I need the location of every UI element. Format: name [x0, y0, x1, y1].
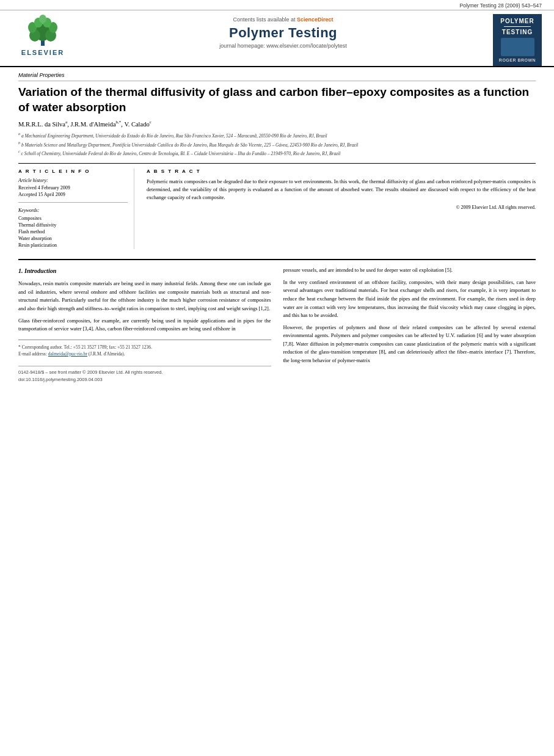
journal-header: ELSEVIER Contents lists available at Sci… — [0, 10, 554, 67]
sciencedirect-link[interactable]: ScienceDirect — [297, 16, 333, 23]
body-section: 1. Introduction Nowadays, resin matrix c… — [18, 259, 536, 383]
right-para2: In the very confined environment of an o… — [283, 278, 536, 320]
affiliations: a a Mechanical Engineering Department, U… — [18, 131, 536, 157]
elsevier-logo: ELSEVIER — [12, 14, 73, 56]
footnote-email: E-mail address: dalmeida@puc-rio.br (J.R… — [18, 351, 271, 357]
badge-sub: ROGER BROWN — [499, 58, 536, 62]
badge-line2: TESTING — [502, 29, 533, 35]
author-c-name: , V. Calado — [121, 121, 149, 128]
journal-center: Contents lists available at ScienceDirec… — [73, 14, 493, 51]
body-left-col: 1. Introduction Nowadays, resin matrix c… — [18, 266, 271, 383]
abstract-heading: A B S T R A C T — [147, 169, 536, 174]
elsevier-tree-icon — [21, 14, 64, 48]
right-para3: However, the properties of polymers and … — [283, 324, 536, 365]
two-col-section: A R T I C L E I N F O Article history: R… — [18, 163, 536, 249]
body-two-col: 1. Introduction Nowadays, resin matrix c… — [18, 266, 536, 383]
footnote-corresponding: * Corresponding author. Tel.: +55 21 352… — [18, 344, 271, 351]
abstract-copyright: © 2009 Elsevier Ltd. All rights reserved… — [147, 205, 536, 210]
received-date: Received 4 February 2009 — [18, 185, 128, 191]
body-para2: Glass fiber-reinforced composites, for e… — [18, 317, 271, 333]
section-tag: Material Properties — [18, 72, 536, 78]
contents-line: Contents lists available at ScienceDirec… — [233, 16, 333, 23]
journal-top-bar: ELSEVIER Contents lists available at Sci… — [12, 14, 542, 66]
keyword-thermal: Thermal diffusivity — [18, 222, 128, 228]
footer-bar: 0142-9418/$ – see front matter © 2009 El… — [18, 366, 271, 383]
article-info-heading: A R T I C L E I N F O — [18, 169, 128, 174]
journal-homepage: journal homepage: www.elsevier.com/locat… — [219, 43, 347, 49]
page-container: Polymer Testing 28 (2009) 543–547 — [0, 0, 554, 390]
badge-line1: POLYMER — [500, 18, 534, 24]
article-history-label: Article history: — [18, 178, 128, 183]
footnote-email-link[interactable]: dalmeida@puc-rio.br — [48, 351, 87, 357]
keyword-flash: Flash method — [18, 229, 128, 234]
affil-a: a a Mechanical Engineering Department, U… — [18, 131, 536, 139]
svg-point-8 — [39, 15, 46, 23]
elsevier-wordmark: ELSEVIER — [21, 49, 64, 56]
footnote-section: * Corresponding author. Tel.: +55 21 352… — [18, 340, 271, 358]
body-right-col: pressure vessels, and are intended to be… — [283, 266, 536, 383]
footer-copyright: 0142-9418/$ – see front matter © 2009 El… — [18, 369, 271, 376]
keyword-water: Water absorption — [18, 236, 128, 241]
footer-doi: doi:10.1016/j.polymertesting.2009.04.003 — [18, 376, 271, 383]
article-title: Variation of the thermal diffusivity of … — [18, 85, 536, 115]
keywords-label: Keywords: — [18, 208, 128, 213]
abstract-col: A B S T R A C T Polymeric matrix composi… — [147, 169, 536, 249]
author-a-name: M.R.R.L. da Silva — [18, 121, 65, 128]
affil-c: c c Scholl of Chemistry, Universidade Fe… — [18, 149, 536, 157]
article-page-header: Polymer Testing 28 (2009) 543–547 — [0, 0, 554, 10]
article-info-col: A R T I C L E I N F O Article history: R… — [18, 169, 134, 249]
intro-heading: 1. Introduction — [18, 266, 271, 276]
page-info: Polymer Testing 28 (2009) 543–547 — [459, 2, 542, 9]
author-b-name: , J.R.M. d'Almeida — [67, 121, 115, 128]
affil-b: b b Materials Science and Metallurgy Dep… — [18, 140, 536, 148]
author-c-sup: c — [150, 120, 151, 125]
keyword-composites: Composites — [18, 216, 128, 221]
keyword-resin: Resin plasticization — [18, 242, 128, 248]
abstract-text: Polymeric matrix composites can be degra… — [147, 178, 536, 201]
journal-badge: POLYMER TESTING ROGER BROWN — [493, 14, 542, 66]
authors-line: M.R.R.L. da Silvaa, J.R.M. d'Almeidab,*,… — [18, 120, 536, 128]
body-para1: Nowadays, resin matrix composite materia… — [18, 280, 271, 313]
badge-divider — [504, 26, 530, 27]
info-divider — [18, 202, 128, 203]
right-para1: pressure vessels, and are intended to be… — [283, 266, 536, 275]
main-content: Material Properties Variation of the the… — [0, 67, 554, 390]
title-divider-top — [18, 81, 536, 81]
accepted-date: Accepted 15 April 2009 — [18, 192, 128, 197]
journal-title-header: Polymer Testing — [229, 25, 337, 41]
badge-image — [501, 38, 534, 56]
